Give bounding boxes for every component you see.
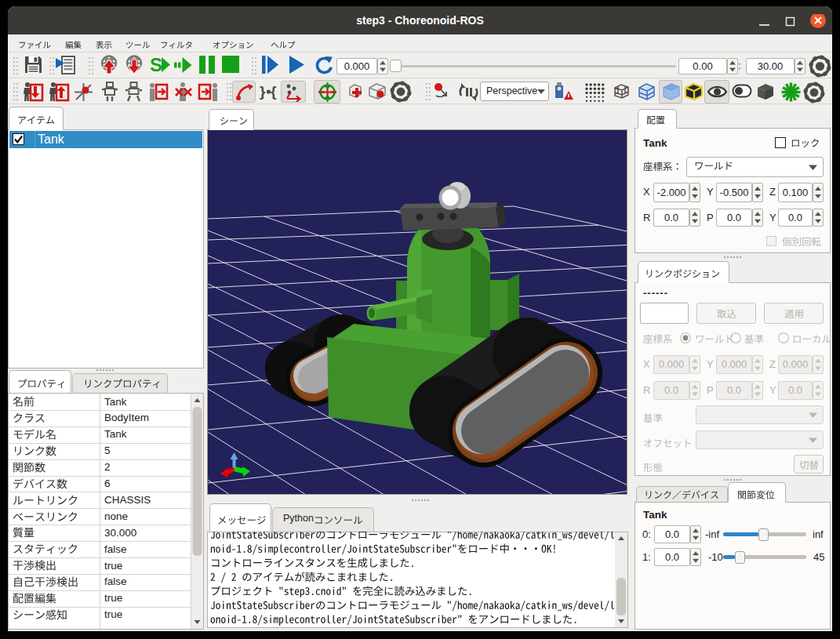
svg-text:S: S [150, 55, 162, 74]
svg-text:}: } [260, 83, 266, 100]
svg-text:{: { [271, 83, 276, 100]
